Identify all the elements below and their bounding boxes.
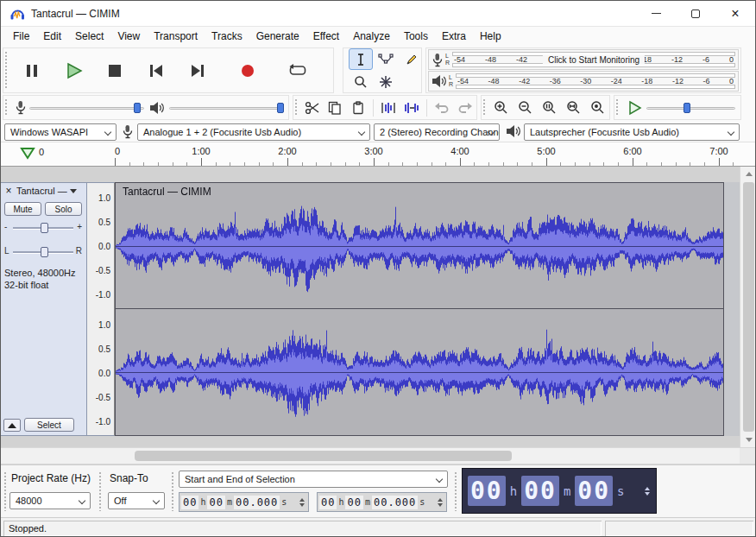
draw-tool-button[interactable] [399,48,423,70]
zoom-out-button[interactable] [514,97,537,119]
redo-button[interactable] [454,97,475,119]
project-rate-select[interactable]: 48000 [9,492,91,509]
cut-button[interactable] [302,97,323,119]
recording-channels-select[interactable]: 2 (Stereo) Recording Channels [374,123,500,141]
play-at-speed-button[interactable] [623,97,646,119]
time-spinner[interactable] [435,498,445,507]
seconds-value[interactable]: 00.000 [372,496,418,509]
multi-tool-button[interactable] [374,71,398,92]
menu-item-analyze[interactable]: Analyze [346,27,397,46]
zoom-tool-button[interactable] [349,71,373,92]
fit-selection-button[interactable] [539,97,561,119]
menu-item-transport[interactable]: Transport [147,27,205,46]
time-spinner[interactable] [642,487,652,496]
track-select-button[interactable]: Select [24,418,74,432]
copy-button[interactable] [324,97,345,119]
selection-end-time[interactable]: 00h 00m 00.000s [317,492,447,512]
playback-device-select[interactable]: Lautsprecher (Focusrite Usb Audio) [524,123,740,141]
menu-item-file[interactable]: File [6,27,36,46]
maximize-button[interactable] [676,1,715,26]
menu-item-view[interactable]: View [110,27,147,46]
menu-item-help[interactable]: Help [473,27,508,46]
toolbar-grip[interactable] [98,471,103,511]
slider-thumb[interactable] [134,103,141,113]
hours-value[interactable]: 00 [319,496,337,509]
toolbar-grip[interactable] [615,98,620,117]
playback-volume-slider[interactable] [169,100,284,116]
toolbar-grip[interactable] [4,51,9,90]
play-head-pin-icon[interactable] [20,148,35,160]
slider-thumb[interactable] [684,103,690,113]
menu-item-generate[interactable]: Generate [249,27,306,46]
waveform-channel-left[interactable] [116,183,723,309]
slider-thumb[interactable] [41,223,48,233]
vertical-scroll-thumb[interactable] [743,182,754,432]
hours-value[interactable]: 00 [181,496,198,509]
hours-value[interactable]: 00 [468,476,506,506]
timeline-ruler[interactable]: 0 01:002:003:004:005:006:007:00 [1,142,755,167]
track-close-button[interactable]: × [3,185,15,197]
recording-device-select[interactable]: Analogue 1 + 2 (Focusrite Usb Audio) [137,123,370,141]
seconds-value[interactable]: 00 [575,476,613,506]
menu-item-edit[interactable]: Edit [36,27,68,46]
seconds-value[interactable]: 00.000 [234,496,280,509]
pause-button[interactable] [12,51,52,91]
toolbar-grip[interactable] [454,471,458,511]
audio-host-select[interactable]: Windows WASAPI [4,123,117,141]
vertical-ruler[interactable]: 1.00.50.0-0.5-1.01.00.50.0-0.5-1.0 [87,182,115,436]
gain-slider[interactable]: - + [3,221,84,235]
undo-button[interactable] [432,97,452,119]
playback-meter[interactable]: LR -54-48-42-36-30-24-18-12-60 [428,71,739,92]
menu-item-select[interactable]: Select [68,27,110,46]
toolbar-grip[interactable] [294,98,299,117]
stop-button[interactable] [95,51,135,91]
slider-thumb[interactable] [41,247,48,257]
track-name-menu[interactable]: Tantacrul — [16,186,82,196]
toolbar-grip[interactable] [171,471,175,511]
loop-button[interactable] [278,51,318,91]
audio-position-display[interactable]: 00h 00m 00s [462,468,657,514]
menu-item-tracks[interactable]: Tracks [205,27,249,46]
collapse-track-button[interactable] [3,419,21,432]
solo-button[interactable]: Solo [45,202,82,216]
record-button[interactable] [228,51,268,91]
scroll-down-button[interactable] [740,433,756,447]
skip-to-end-button[interactable] [178,51,217,91]
play-button[interactable] [54,51,93,91]
recording-meter[interactable]: LR -54-48-42-36-30-24-18-12-60 Click to … [428,49,739,70]
playback-speed-slider[interactable] [646,100,735,116]
audio-clip[interactable]: Tantacrul — CIMIM [115,182,724,436]
zoom-in-button[interactable] [490,97,513,119]
silence-audio-button[interactable] [401,97,422,119]
time-spinner[interactable] [297,498,307,507]
envelope-tool-button[interactable] [374,48,398,70]
skip-to-start-button[interactable] [136,51,176,91]
menu-item-effect[interactable]: Effect [306,27,346,46]
menu-item-extra[interactable]: Extra [435,27,473,46]
minutes-value[interactable]: 00 [345,496,362,509]
slider-thumb[interactable] [277,103,284,113]
horizontal-scroll-thumb[interactable] [135,451,512,461]
vertical-scrollbar[interactable] [740,167,756,447]
minimize-button[interactable] [636,1,676,26]
pan-slider[interactable]: L R [3,245,84,259]
toolbar-grip[interactable] [3,471,8,511]
recording-volume-slider[interactable] [29,100,144,116]
selection-start-time[interactable]: 00h 00m 00.000s [179,492,309,512]
monitoring-hint[interactable]: Click to Start Monitoring [543,55,645,65]
paste-button[interactable] [348,97,369,119]
selection-tool-button[interactable] [349,48,373,70]
zoom-toggle-button[interactable] [586,97,608,119]
minutes-value[interactable]: 00 [521,476,559,506]
selection-mode-select[interactable]: Start and End of Selection [179,471,448,488]
mute-button[interactable]: Mute [4,202,41,216]
scroll-up-button[interactable] [740,167,756,181]
menu-item-tools[interactable]: Tools [397,27,435,46]
horizontal-scrollbar[interactable] [1,447,756,464]
toolbar-grip[interactable] [482,98,487,117]
close-button[interactable]: × [715,1,755,26]
minutes-value[interactable]: 00 [207,496,224,509]
toolbar-grip[interactable] [4,98,9,117]
trim-audio-button[interactable] [378,97,399,119]
snap-to-select[interactable]: Off [108,492,165,509]
